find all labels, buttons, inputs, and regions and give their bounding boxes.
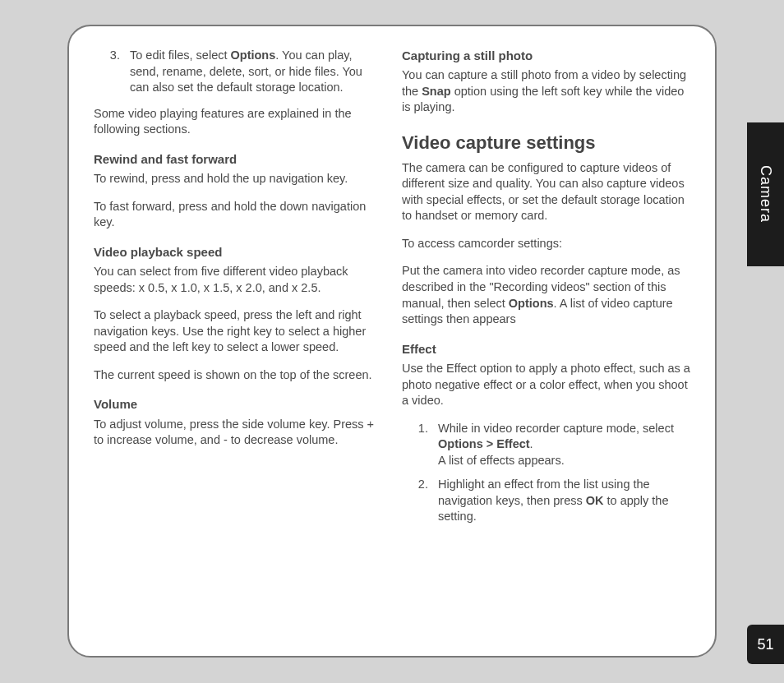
- chapter-tab: Camera: [747, 122, 784, 266]
- list-item-3: To edit files, select Options. You can p…: [127, 48, 382, 96]
- subheading-still-photo: Capturing a still photo: [402, 48, 690, 64]
- page-number: 51: [747, 625, 784, 664]
- paragraph: You can capture a still photo from a vid…: [402, 67, 690, 116]
- paragraph: The current speed is shown on the top of…: [94, 367, 382, 384]
- text: A list of effects appears.: [438, 454, 565, 467]
- text: While in video recorder capture mode, se…: [438, 422, 674, 435]
- subheading-volume: Volume: [94, 396, 382, 413]
- bold-text: OK: [586, 494, 604, 507]
- numbered-list-continued: To edit files, select Options. You can p…: [94, 48, 382, 96]
- heading-video-capture-settings: Video capture settings: [402, 131, 690, 155]
- left-column: To edit files, select Options. You can p…: [94, 48, 382, 535]
- manual-page: To edit files, select Options. You can p…: [67, 25, 717, 658]
- paragraph: Use the Effect option to apply a photo e…: [402, 361, 690, 409]
- paragraph: Some video playing features are explaine…: [94, 106, 382, 138]
- effect-step-2: Highlight an effect from the list using …: [435, 477, 690, 525]
- bold-text: Options: [509, 297, 554, 310]
- paragraph: To rewind, press and hold the up navigat…: [94, 171, 382, 187]
- bold-text: Snap: [422, 85, 450, 98]
- paragraph: To select a playback speed, press the le…: [94, 307, 382, 356]
- two-column-layout: To edit files, select Options. You can p…: [94, 48, 690, 535]
- paragraph: The camera can be configured to capture …: [402, 160, 690, 224]
- bold-text: Options > Effect: [438, 437, 530, 450]
- text: .: [530, 437, 533, 450]
- paragraph: To fast forward, press and hold the down…: [94, 199, 382, 231]
- subheading-speed: Video playback speed: [94, 244, 382, 261]
- paragraph: To adjust volume, press the side volume …: [94, 417, 382, 449]
- text: To edit files, select: [130, 48, 231, 62]
- subheading-effect: Effect: [402, 341, 690, 358]
- right-column: Capturing a still photo You can capture …: [402, 48, 690, 535]
- paragraph: To access camcorder settings:: [402, 236, 690, 252]
- paragraph: You can select from five different video…: [94, 264, 382, 296]
- effect-steps-list: While in video recorder capture mode, se…: [402, 421, 690, 525]
- bold-text: Options: [231, 48, 276, 62]
- subheading-rewind: Rewind and fast forward: [94, 151, 382, 168]
- effect-step-1: While in video recorder capture mode, se…: [435, 421, 690, 469]
- paragraph: Put the camera into video recorder captu…: [402, 263, 690, 327]
